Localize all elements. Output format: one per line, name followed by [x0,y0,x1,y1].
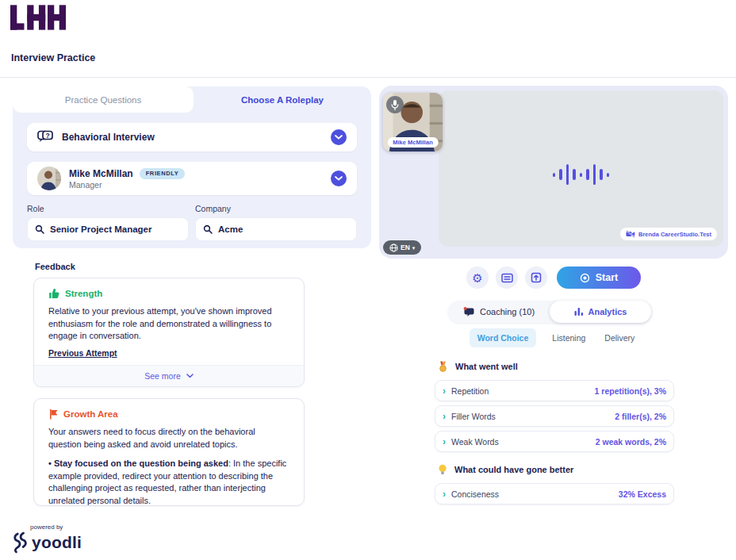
yoodli-logo-icon [11,531,29,554]
persona-name: Mike McMillan [69,168,133,179]
settings-button[interactable]: ⚙ [466,267,489,289]
tab-analytics[interactable]: Analytics [550,301,651,323]
metric-label: Filler Words [451,412,496,421]
went-well-heading: What went well [438,361,518,372]
strength-title: Strength [65,289,102,298]
subtab-listening[interactable]: Listening [549,328,588,347]
notes-card-icon [501,273,513,283]
growth-bullet-lead: • Stay focused on the question being ask… [48,458,228,468]
see-more-label: See more [144,371,181,381]
roleplay-setup-body: ? Behavioral Interview [27,123,357,241]
yoodli-wordmark: yoodli [32,533,82,552]
metric-value: 2 weak words, 2% [596,437,666,447]
tab-choose-a-roleplay[interactable]: Choose A Roleplay [194,86,371,113]
chat-question-icon: ? [37,130,55,144]
strength-body: Relative to your previous attempt, you'v… [48,305,289,343]
metric-row-filler-words[interactable]: › Filler Words 2 filler(s), 2% [435,405,674,427]
search-icon [35,224,44,234]
scenario-label: Behavioral Interview [62,132,155,143]
video-feed-area: Brenda CareerStudio.Test [439,90,723,247]
thumbnail-name-label: Mike McMillan [387,137,438,148]
metric-row-repetition[interactable]: › Repetition 1 repetition(s), 3% [435,380,674,401]
page-title: Interview Practice [11,52,95,63]
metric-label: Weak Words [451,437,499,447]
went-well-title: What went well [455,362,518,371]
analytics-subtabs: Word Choice Listening Delivery [379,328,728,347]
teleprompter-button[interactable] [496,267,518,289]
chevron-down-icon [335,176,343,181]
audio-waveform [439,163,723,186]
svg-text:?: ? [45,132,49,140]
share-button[interactable] [525,267,547,289]
persona-selector[interactable]: Mike McMillan FRIENDLY Manager [27,162,357,195]
company-field-label: Company [195,204,357,213]
persona-avatar [37,167,61,190]
roleplay-setup-panel: Practice Questions Choose A Roleplay ? B… [13,86,371,248]
company-input-value: Acme [218,224,243,234]
bar-chart-icon [574,307,584,316]
metric-row-conciseness[interactable]: › Conciseness 32% Excess [435,483,674,504]
subtab-word-choice[interactable]: Word Choice [470,328,537,347]
metric-value: 1 repetition(s), 3% [595,386,666,396]
persona-temperament-badge: FRIENDLY [140,168,186,179]
chevron-down-icon: ▾ [412,245,416,251]
flag-icon [48,408,58,420]
tab-coaching-label: Coaching (10) [480,307,535,316]
chat-bubble-icon [463,307,475,317]
scenario-expand-button[interactable] [331,129,347,145]
persona-expand-button[interactable] [331,171,347,186]
tab-analytics-label: Analytics [588,307,627,316]
tab-coaching[interactable]: Coaching (10) [448,301,550,323]
growth-area-card: Growth Area Your answers need to focus d… [33,398,305,506]
chevron-down-icon [335,135,343,140]
chevron-down-icon [186,374,194,378]
chevron-right-icon: › [443,489,446,499]
webcam-thumbnail: Mike McMillan [383,93,443,152]
gone-better-heading: What could have gone better [438,464,573,475]
gone-better-rows: › Conciseness 32% Excess [435,483,674,508]
chevron-right-icon: › [443,437,446,447]
lightbulb-icon [438,464,447,475]
gear-icon: ⚙ [472,272,482,284]
user-watermark: Brenda CareerStudio.Test [620,228,717,240]
video-panel: Brenda CareerStudio.Test Mike McMillan [379,86,728,259]
tab-practice-questions[interactable]: Practice Questions [13,86,194,113]
role-company-fields: Role Senior Project Manager Company [27,204,357,241]
role-input[interactable]: Senior Project Manager [27,217,189,241]
yoodli-brand: powered by yoodli [11,524,82,554]
scenario-selector[interactable]: ? Behavioral Interview [27,123,357,152]
metric-value: 32% Excess [619,489,666,499]
metric-value: 2 filler(s), 2% [615,412,666,421]
chevron-right-icon: › [443,386,446,396]
metric-label: Repetition [451,386,489,396]
start-button-label: Start [596,272,618,283]
language-selector[interactable]: EN ▾ [383,240,421,255]
went-well-rows: › Repetition 1 repetition(s), 3% › Fille… [435,380,674,456]
app-page: Interview Practice Practice Questions Ch… [0,0,736,560]
chevron-right-icon: › [443,412,446,421]
persona-info: Mike McMillan FRIENDLY Manager [69,168,185,190]
microphone-icon [390,99,400,111]
thumbs-up-icon [48,288,59,299]
strength-card: Strength Relative to your previous attem… [33,278,305,387]
role-input-value: Senior Project Manager [50,224,151,234]
previous-attempt-link[interactable]: Previous Attempt [48,348,117,358]
start-button[interactable]: Start [557,267,641,289]
language-label: EN [401,244,410,251]
mic-icon[interactable] [386,96,404,113]
role-field-label: Role [27,204,189,213]
medal-icon [438,361,448,372]
record-icon [580,273,590,283]
growth-area-body: Your answers need to focus directly on t… [48,426,289,451]
search-icon [203,224,213,234]
globe-icon [389,244,398,252]
see-more-button[interactable]: See more [34,365,304,386]
metric-label: Conciseness [451,489,499,499]
metric-row-weak-words[interactable]: › Weak Words 2 weak words, 2% [435,431,674,452]
company-input[interactable]: Acme [195,217,357,241]
subtab-delivery[interactable]: Delivery [601,328,638,347]
growth-area-title: Growth Area [63,409,118,419]
watermark-label: Brenda CareerStudio.Test [638,231,711,238]
results-tabbar: Coaching (10) Analytics [448,301,651,323]
powered-by-label: powered by [30,524,82,531]
